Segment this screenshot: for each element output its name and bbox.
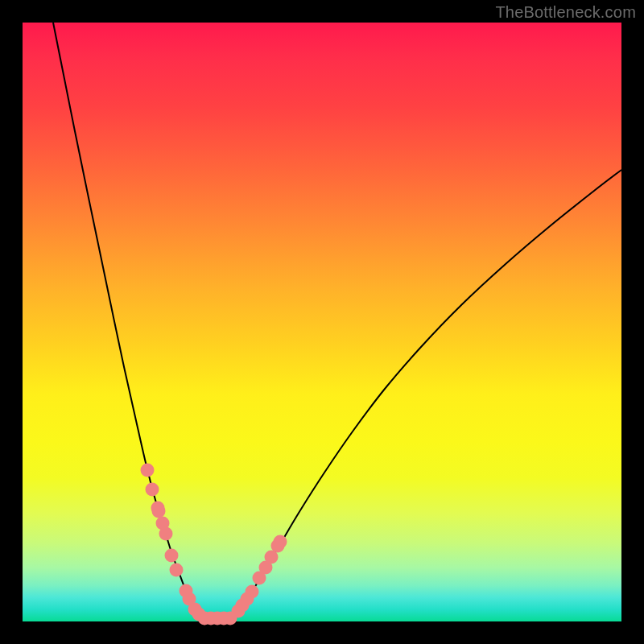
marker-right	[274, 535, 287, 549]
marker-bottom	[224, 612, 237, 625]
marker-right	[246, 585, 259, 599]
marker-left	[170, 564, 184, 577]
bottleneck-curve	[53, 23, 621, 619]
watermark-text: TheBottleneck.com	[495, 3, 636, 22]
curve-path	[53, 23, 621, 619]
marker-left	[146, 483, 159, 497]
chart-frame: TheBottleneck.com	[0, 0, 644, 644]
marker-left	[141, 464, 155, 477]
marker-left	[159, 527, 173, 541]
marker-left	[152, 505, 166, 518]
marker-left	[165, 549, 179, 563]
marker-group	[141, 464, 287, 625]
chart-curve-layer	[23, 23, 621, 621]
